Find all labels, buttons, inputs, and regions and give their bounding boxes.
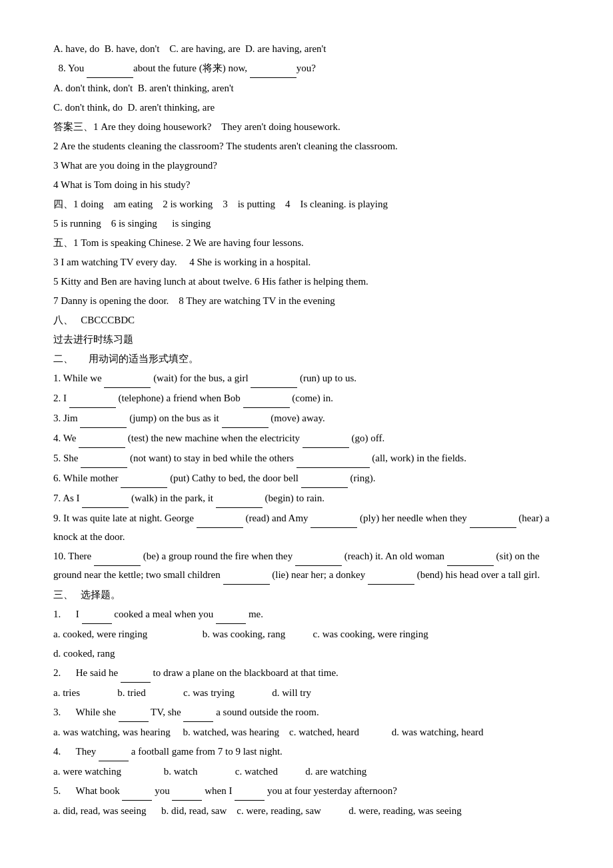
line-wu-4: 7 Danny is opening the door. 8 They are … [53,292,560,310]
line-3: A. don't think, don't B. aren't thinking… [53,79,560,97]
blank-mc3a [119,703,149,722]
blank-3a [80,409,127,428]
mc-1-d: d. cooked, rang [53,645,560,663]
blank-9c [470,509,516,528]
line-4: C. don't think, do D. aren't thinking, a… [53,99,560,117]
line-si: 四、1 doing am eating 2 is working 3 is pu… [53,195,560,213]
blank-1b [251,369,297,388]
main-content: A. have, do B. have, don't C. are having… [53,40,560,820]
blank-10b [295,547,342,566]
exercise-4: 4. We (test) the new machine when the el… [53,429,560,448]
blank-5a [81,449,127,468]
mc-3-q: 3. While she TV, she a sound outside the… [53,703,560,722]
blank-2a [69,389,116,408]
exercise-7: 7. As I (walk) in the park, it (begin) t… [53,489,560,508]
exercise-1: 1. While we (wait) for the bus, a girl (… [53,369,560,388]
blank-mc1b [216,605,246,624]
mc-5-a: a. did, read, was seeing b. did, read, s… [53,802,560,820]
blank-10c [447,547,494,566]
blank-9b [310,509,357,528]
exercise-2: 2. I (telephone) a friend when Bob (come… [53,389,560,408]
blank-8b [250,59,297,78]
blank-5b [297,449,370,468]
exercise-9: 9. It was quite late at night. George (r… [53,509,560,546]
line-wu-3: 5 Kitty and Ben are having lunch at abou… [53,273,560,291]
line-answer3-title: 答案三、1 Are they doing housework? They are… [53,118,560,136]
exercise-10: 10. There (be) a group round the fire wh… [53,547,560,585]
line-answer3-2: 2 Are the students cleaning the classroo… [53,137,560,155]
blank-1a [104,369,151,388]
line-answer3-4: 4 What is Tom doing in his study? [53,176,560,194]
mc-2-a: a. tries b. tried c. was trying d. will … [53,684,560,702]
exercise-5: 5. She (not want) to stay in bed while t… [53,449,560,468]
line-er-title: 二、 用动词的适当形式填空。 [53,350,560,368]
line-guoqu-title: 过去进行时练习题 [53,331,560,349]
blank-7a [82,489,129,508]
blank-6a [121,469,167,488]
blank-mc5b [172,782,202,801]
blank-4b [303,429,349,448]
blank-10a [94,547,141,566]
blank-10d [223,566,270,585]
exercise-3: 3. Jim (jump) on the bus as it (move) aw… [53,409,560,428]
mc-2-q: 2. He said he to draw a plane on the bla… [53,664,560,683]
blank-mc3b [183,703,213,722]
blank-mc4 [99,743,129,761]
blank-mc2 [121,664,151,683]
line-wu-2: 3 I am watching TV every day. 4 She is w… [53,253,560,271]
blank-7b [216,489,263,508]
mc-3-a: a. was watching, was hearing b. watched,… [53,723,560,741]
blank-mc5a [122,782,152,801]
line-si-2: 5 is running 6 is singing is singing [53,215,560,233]
line-2: 8. You about the future (将来) now, you? [53,59,560,78]
line-answer3-3: 3 What are you doing in the playground? [53,157,560,175]
mc-1-a: a. cooked, were ringing b. was cooking, … [53,625,560,643]
blank-8a [87,59,133,78]
blank-mc1a [82,605,112,624]
blank-4a [79,429,125,448]
mc-1-q: 1. I cooked a meal when you me. [53,605,560,624]
mc-5-q: 5. What book you when I you at four yest… [53,782,560,801]
mc-4-q: 4. They a football game from 7 to 9 last… [53,743,560,761]
blank-3b [222,409,269,428]
blank-9a [197,509,243,528]
line-ba: 八、 CBCCCBDC [53,311,560,329]
mc-4-a: a. were watching b. watch c. watched d. … [53,763,560,781]
blank-10e [368,566,414,585]
line-1: A. have, do B. have, don't C. are having… [53,40,560,58]
blank-mc5c [235,782,265,801]
blank-6b [301,469,348,488]
exercise-6: 6. While mother (put) Cathy to bed, the … [53,469,560,488]
san-title: 三、 选择题。 [53,586,560,604]
blank-2b [243,389,290,408]
line-wu-1: 五、1 Tom is speaking Chinese. 2 We are ha… [53,234,560,252]
